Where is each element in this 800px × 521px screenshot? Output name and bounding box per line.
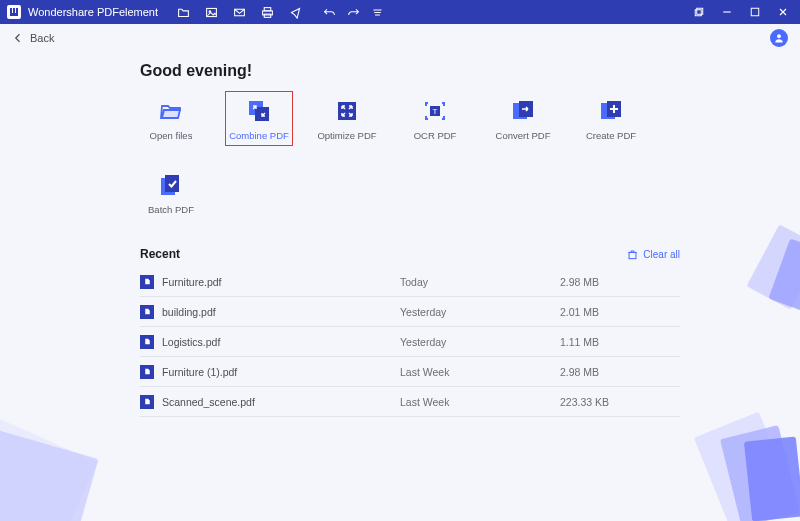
- action-tiles-row2: Batch PDF: [140, 172, 700, 215]
- file-size: 223.33 KB: [560, 396, 609, 408]
- file-name: Scanned_scene.pdf: [162, 396, 255, 408]
- minimize-icon[interactable]: [720, 5, 734, 19]
- svg-rect-7: [697, 8, 703, 14]
- ocr-icon: T: [422, 98, 448, 124]
- create-icon: [598, 98, 624, 124]
- undo-icon[interactable]: [322, 5, 336, 19]
- file-size: 1.11 MB: [560, 336, 599, 348]
- folder-icon[interactable]: [176, 5, 190, 19]
- recent-list: Furniture.pdf Today 2.98 MB building.pdf…: [140, 267, 680, 417]
- clear-all-label: Clear all: [643, 249, 680, 260]
- file-name: Furniture (1).pdf: [162, 366, 237, 378]
- share-icon[interactable]: [288, 5, 302, 19]
- menu-icon[interactable]: [370, 5, 384, 19]
- tile-combine-pdf[interactable]: Combine PDF: [225, 91, 293, 146]
- tile-label: Create PDF: [586, 130, 636, 141]
- file-size: 2.01 MB: [560, 306, 599, 318]
- pdf-file-icon: [140, 395, 154, 409]
- tile-label: Open files: [150, 130, 193, 141]
- decoration-bottom-right: [670, 401, 800, 521]
- mail-icon[interactable]: [232, 5, 246, 19]
- tile-label: OCR PDF: [414, 130, 457, 141]
- tile-ocr-pdf[interactable]: T OCR PDF: [404, 98, 466, 146]
- recent-row[interactable]: Furniture (1).pdf Last Week 2.98 MB: [140, 357, 680, 387]
- file-date: Last Week: [400, 366, 560, 378]
- pdf-file-icon: [140, 275, 154, 289]
- file-size: 2.98 MB: [560, 366, 599, 378]
- svg-text:T: T: [433, 107, 438, 116]
- file-date: Yesterday: [400, 306, 560, 318]
- decoration-bottom-left: [0, 421, 150, 521]
- recent-row[interactable]: building.pdf Yesterday 2.01 MB: [140, 297, 680, 327]
- subbar: Back: [0, 24, 800, 52]
- recent-row[interactable]: Furniture.pdf Today 2.98 MB: [140, 267, 680, 297]
- close-icon[interactable]: [776, 5, 790, 19]
- tile-open-files[interactable]: Open files: [140, 98, 202, 146]
- pdf-file-icon: [140, 335, 154, 349]
- tile-optimize-pdf[interactable]: Optimize PDF: [316, 98, 378, 146]
- main-content: Good evening! Open files Combine PDF Opt…: [0, 52, 800, 417]
- clear-icon: [627, 249, 638, 260]
- svg-point-10: [777, 34, 781, 38]
- folder-open-icon: [158, 98, 184, 124]
- file-name: building.pdf: [162, 306, 216, 318]
- maximize-icon[interactable]: [748, 5, 762, 19]
- file-date: Last Week: [400, 396, 560, 408]
- action-tiles-row1: Open files Combine PDF Optimize PDFT OCR…: [140, 98, 700, 146]
- tile-label: Convert PDF: [496, 130, 551, 141]
- svg-rect-9: [751, 8, 759, 16]
- clear-all-button[interactable]: Clear all: [627, 249, 680, 260]
- svg-rect-22: [629, 252, 636, 258]
- recent-row[interactable]: Scanned_scene.pdf Last Week 223.33 KB: [140, 387, 680, 417]
- file-size: 2.98 MB: [560, 276, 599, 288]
- image-icon[interactable]: [204, 5, 218, 19]
- file-name: Logistics.pdf: [162, 336, 220, 348]
- recent-header: Recent Clear all: [140, 247, 680, 261]
- file-name: Furniture.pdf: [162, 276, 222, 288]
- svg-rect-13: [338, 102, 356, 120]
- print-icon[interactable]: [260, 5, 274, 19]
- svg-rect-6: [264, 14, 271, 17]
- tile-label: Batch PDF: [148, 204, 194, 215]
- convert-icon: [510, 98, 536, 124]
- tile-create-pdf[interactable]: Create PDF: [580, 98, 642, 146]
- back-label: Back: [30, 32, 54, 44]
- recent-row[interactable]: Logistics.pdf Yesterday 1.11 MB: [140, 327, 680, 357]
- batch-icon: [158, 172, 184, 198]
- decoration-right-mid: [720, 222, 800, 342]
- pdf-file-icon: [140, 305, 154, 319]
- greeting-heading: Good evening!: [140, 62, 800, 80]
- file-date: Yesterday: [400, 336, 560, 348]
- restore-window-icon[interactable]: [692, 5, 706, 19]
- combine-icon: [246, 98, 272, 124]
- back-button[interactable]: Back: [12, 32, 54, 44]
- titlebar: Wondershare PDFelement: [0, 0, 800, 24]
- app-title: Wondershare PDFelement: [28, 6, 158, 18]
- recent-title: Recent: [140, 247, 180, 261]
- redo-icon[interactable]: [346, 5, 360, 19]
- tile-convert-pdf[interactable]: Convert PDF: [492, 98, 554, 146]
- tile-label: Optimize PDF: [317, 130, 376, 141]
- app-logo-icon: [6, 4, 22, 20]
- svg-rect-8: [695, 10, 701, 16]
- optimize-icon: [334, 98, 360, 124]
- tile-batch-pdf[interactable]: Batch PDF: [140, 172, 202, 215]
- file-date: Today: [400, 276, 560, 288]
- tile-label: Combine PDF: [229, 130, 289, 141]
- svg-rect-21: [165, 175, 179, 192]
- pdf-file-icon: [140, 365, 154, 379]
- user-avatar[interactable]: [770, 29, 788, 47]
